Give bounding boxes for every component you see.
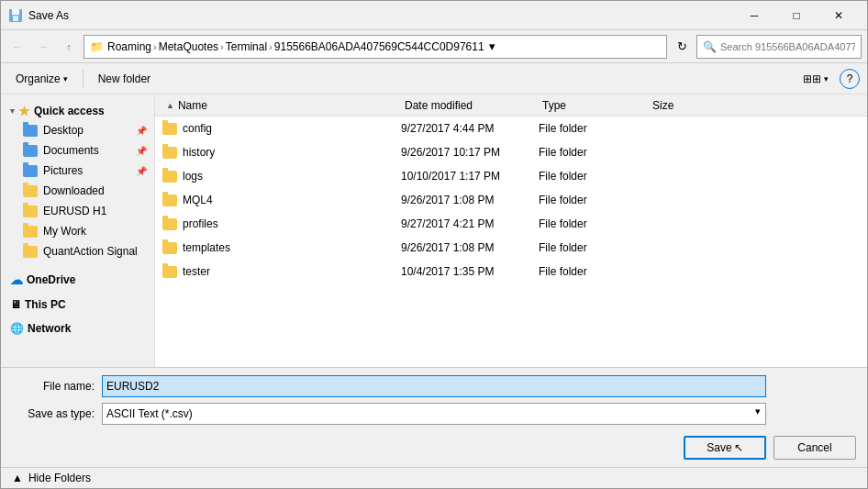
view-button[interactable]: ⊞⊞ ▾ bbox=[796, 67, 836, 91]
close-button[interactable]: ✕ bbox=[818, 1, 860, 30]
up-icon: ↑ bbox=[66, 41, 72, 52]
col-header-type[interactable]: Type bbox=[535, 99, 645, 112]
svg-rect-1 bbox=[12, 9, 19, 15]
sidebar-item-pictures[interactable]: Pictures 📌 bbox=[1, 161, 154, 181]
table-row[interactable]: tester 10/4/2017 1:35 PM File folder bbox=[155, 260, 867, 283]
table-row[interactable]: profiles 9/27/2017 4:21 PM File folder bbox=[155, 212, 867, 236]
folder-icon bbox=[162, 194, 177, 206]
save-button[interactable]: Save ↖ bbox=[684, 436, 766, 460]
file-type: File folder bbox=[531, 146, 641, 159]
save-as-icon bbox=[8, 8, 23, 23]
folder-icon bbox=[162, 123, 177, 135]
sidebar-item-label: Documents bbox=[43, 144, 99, 157]
file-name: logs bbox=[183, 170, 203, 183]
file-date: 10/4/2017 1:35 PM bbox=[394, 265, 531, 278]
cursor-icon: ↖ bbox=[734, 441, 743, 454]
file-type: File folder bbox=[531, 194, 641, 206]
breadcrumb-bar[interactable]: 📁 Roaming › MetaQuotes › Terminal › 9155… bbox=[83, 35, 667, 59]
search-bar: 🔍 bbox=[696, 35, 862, 59]
sidebar-item-quantaction[interactable]: QuantAction Signal bbox=[1, 241, 154, 261]
file-name: tester bbox=[183, 265, 210, 278]
file-date: 10/10/2017 1:17 PM bbox=[394, 170, 531, 183]
pc-icon: 🖥 bbox=[10, 298, 21, 311]
breadcrumb-icon: 📁 bbox=[90, 40, 104, 53]
filename-input[interactable] bbox=[102, 375, 766, 397]
search-input[interactable] bbox=[720, 41, 855, 52]
folder-icon bbox=[162, 218, 177, 230]
onedrive-header[interactable]: ☁ OneDrive bbox=[1, 267, 154, 289]
address-bar: ← → ↑ 📁 Roaming › MetaQuotes › Terminal … bbox=[1, 30, 867, 63]
file-list: ▲ Name Date modified Type Size config bbox=[155, 94, 867, 367]
file-date: 9/27/2017 4:21 PM bbox=[394, 217, 531, 230]
file-name: templates bbox=[183, 241, 230, 254]
pin-icon: 📌 bbox=[136, 126, 147, 136]
up-button[interactable]: ↑ bbox=[58, 36, 80, 58]
table-row[interactable]: templates 9/26/2017 1:08 PM File folder bbox=[155, 236, 867, 260]
folder-icon bbox=[23, 246, 38, 258]
organize-label: Organize bbox=[16, 72, 61, 85]
folder-icon bbox=[162, 266, 177, 278]
table-row[interactable]: config 9/27/2017 4:44 PM File folder bbox=[155, 117, 867, 140]
quick-access-label: Quick access bbox=[34, 105, 105, 117]
file-date: 9/27/2017 4:44 PM bbox=[394, 122, 531, 135]
dialog-title: Save As bbox=[28, 9, 733, 22]
file-type: File folder bbox=[531, 241, 641, 254]
help-button[interactable]: ? bbox=[840, 69, 860, 89]
table-row[interactable]: history 9/26/2017 10:17 PM File folder bbox=[155, 140, 867, 164]
sidebar-item-documents[interactable]: Documents 📌 bbox=[1, 140, 154, 161]
forward-button[interactable]: → bbox=[32, 36, 54, 58]
folder-icon bbox=[23, 185, 38, 197]
organize-button[interactable]: Organize ▾ bbox=[8, 67, 75, 91]
file-name: MQL4 bbox=[183, 194, 213, 206]
back-button[interactable]: ← bbox=[6, 36, 28, 58]
quick-access-header[interactable]: ▾ ★ Quick access bbox=[1, 98, 154, 120]
toolbar-separator bbox=[83, 70, 83, 88]
col-header-date[interactable]: Date modified bbox=[397, 99, 535, 112]
breadcrumb-terminal[interactable]: Terminal bbox=[226, 40, 267, 53]
breadcrumb-roaming[interactable]: Roaming bbox=[107, 40, 151, 53]
sidebar-item-label: EURUSD H1 bbox=[43, 205, 106, 217]
refresh-icon: ↻ bbox=[677, 39, 687, 53]
breadcrumb-hash[interactable]: 915566BA06ADA407569C544CC0D97611 bbox=[274, 40, 484, 53]
sidebar-item-eurusd[interactable]: EURUSD H1 bbox=[1, 201, 154, 221]
savetype-select[interactable]: ASCII Text (*.csv)CSV (*.csv)Text (*.txt… bbox=[102, 403, 766, 425]
sidebar-item-downloaded[interactable]: Downloaded bbox=[1, 181, 154, 201]
file-name: history bbox=[183, 146, 215, 159]
table-row[interactable]: MQL4 9/26/2017 1:08 PM File folder bbox=[155, 188, 867, 212]
file-rows-container: config 9/27/2017 4:44 PM File folder his… bbox=[155, 117, 867, 283]
savetype-select-wrapper[interactable]: ASCII Text (*.csv)CSV (*.csv)Text (*.txt… bbox=[102, 403, 766, 425]
thispc-label: This PC bbox=[25, 298, 66, 311]
organize-chevron-icon: ▾ bbox=[63, 74, 68, 83]
file-list-header: ▲ Name Date modified Type Size bbox=[155, 94, 867, 117]
content-area: ▾ ★ Quick access Desktop 📌 Documents 📌 P… bbox=[1, 94, 867, 367]
hide-folders-label: Hide Folders bbox=[28, 472, 91, 484]
hide-folders-bar[interactable]: ▲ Hide Folders bbox=[1, 467, 867, 488]
savetype-row: Save as type: ASCII Text (*.csv)CSV (*.c… bbox=[12, 403, 856, 425]
savetype-label: Save as type: bbox=[12, 407, 95, 420]
breadcrumb-dropdown-button[interactable]: ▾ bbox=[486, 36, 499, 58]
breadcrumb-metaquotes[interactable]: MetaQuotes bbox=[159, 40, 218, 53]
action-row: Save ↖ Cancel bbox=[1, 432, 867, 467]
new-folder-button[interactable]: New folder bbox=[91, 67, 158, 91]
sort-up-icon: ▲ bbox=[166, 101, 174, 110]
chevron-up-icon: ▲ bbox=[12, 472, 23, 484]
refresh-button[interactable]: ↻ bbox=[671, 35, 693, 59]
table-row[interactable]: logs 10/10/2017 1:17 PM File folder bbox=[155, 164, 867, 188]
network-header[interactable]: 🌐 Network bbox=[1, 317, 154, 337]
star-icon: ★ bbox=[18, 104, 30, 118]
sidebar-item-desktop[interactable]: Desktop 📌 bbox=[1, 120, 154, 140]
new-folder-label: New folder bbox=[98, 72, 150, 85]
title-bar: Save As ─ □ ✕ bbox=[1, 1, 867, 30]
thispc-header[interactable]: 🖥 This PC bbox=[1, 293, 154, 313]
cancel-button[interactable]: Cancel bbox=[773, 436, 856, 460]
col-header-size[interactable]: Size bbox=[645, 99, 718, 112]
network-icon: 🌐 bbox=[10, 322, 24, 335]
minimize-button[interactable]: ─ bbox=[733, 1, 775, 30]
folder-icon bbox=[23, 206, 38, 217]
onedrive-label: OneDrive bbox=[27, 273, 75, 286]
folder-icon bbox=[162, 171, 177, 183]
filename-row: File name: bbox=[12, 375, 856, 397]
sidebar-item-mywork[interactable]: My Work bbox=[1, 221, 154, 241]
view-chevron-icon: ▾ bbox=[824, 74, 829, 83]
maximize-button[interactable]: □ bbox=[775, 1, 818, 30]
